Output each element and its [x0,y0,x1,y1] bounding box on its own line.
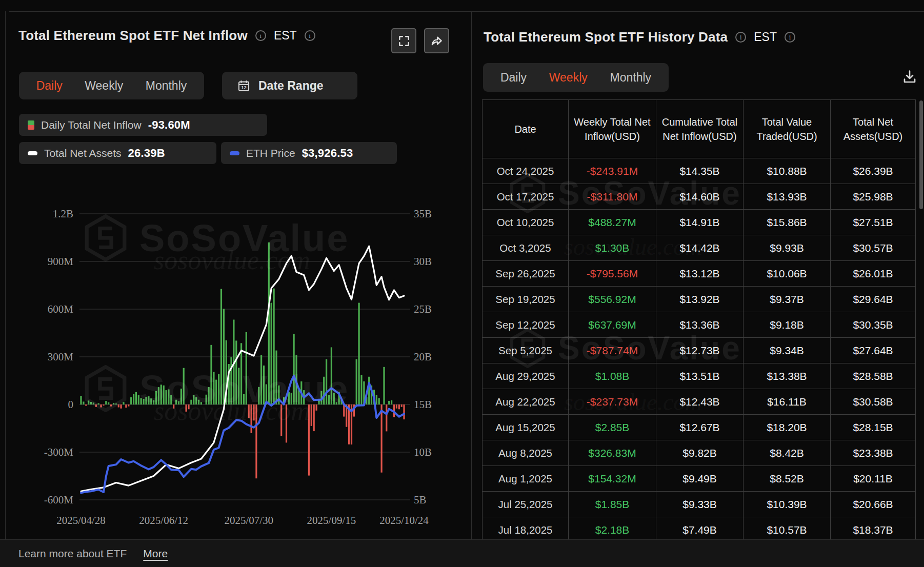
cell-value: $18.37B [831,517,915,539]
cell-value: $14.35B [656,158,744,184]
cell-value: -$237.73M [569,389,656,414]
history-title: Total Ethereum Spot ETF History Data [484,29,728,45]
info-icon[interactable] [305,30,315,41]
tab-daily[interactable]: Daily [36,79,63,93]
table-row: Oct 17,2025-$311.80M$14.60B$13.93B$25.98… [483,184,915,210]
cell-value: $12.67B [656,415,744,440]
column-header: Total Net Assets(USD) [831,100,915,158]
cell-value: $18.20B [744,415,831,440]
cell-value: $16.11B [744,389,831,414]
svg-text:5B: 5B [414,494,427,506]
table-row: Oct 10,2025$488.27M$14.91B$15.86B$27.51B [483,210,915,235]
cell-value: $8.52B [744,466,831,491]
cell-value: $9.33B [656,492,744,517]
column-header: Total Value Traded(USD) [744,100,831,158]
column-header: Cumulative Total Net Inflow(USD) [656,100,744,158]
svg-text:-300M: -300M [44,446,73,458]
legend-eth-price[interactable]: ETH Price $3,926.53 [221,142,397,164]
white-line-icon [28,151,37,155]
blue-line-icon [230,151,239,155]
legend-label: Daily Total Net Inflow [41,119,142,131]
svg-text:300M: 300M [48,351,74,363]
cell-value: $26.39B [831,158,915,184]
cell-value: $20.11B [831,466,915,491]
cell-value: $26.01B [831,261,915,286]
cell-value: $14.91B [656,210,744,235]
cell-value: $2.18B [569,517,656,539]
sosovalue-cube-icon [82,214,129,261]
cell-value: $28.15B [831,415,915,440]
timezone-label: EST [754,30,777,44]
svg-text:2025/07/30: 2025/07/30 [224,514,273,526]
cell-value: $28.58B [831,363,915,389]
cell-value: $30.58B [831,389,915,414]
top-border [9,11,924,12]
share-button[interactable] [424,28,449,53]
cell-value: $13.38B [744,363,831,389]
left-border [5,11,6,539]
svg-text:30B: 30B [414,255,432,268]
svg-text:25B: 25B [414,303,432,315]
cell-value: -$795.56M [569,261,656,286]
cell-value: $13.12B [656,261,744,286]
footer-text: Learn more about ETF [18,548,127,560]
cell-value: $30.35B [831,312,915,337]
legend-value: -93.60M [148,118,190,132]
cell-value: $2.85B [569,415,656,440]
cell-value: $27.64B [831,338,915,363]
cell-value: $1.30B [569,235,656,260]
cell-value: $13.51B [656,363,744,389]
tab-monthly[interactable]: Monthly [146,79,187,93]
tab-monthly[interactable]: Monthly [610,71,652,85]
fullscreen-icon [397,34,411,48]
cell-value: $9.18B [744,312,831,337]
cell-date: Oct 3,2025 [483,235,569,260]
legend-daily-net-inflow[interactable]: Daily Total Net Inflow -93.60M [19,114,267,136]
date-range-button[interactable]: 12 Date Range [222,72,357,99]
cell-value: $29.64B [831,287,915,312]
cell-date: Jul 18,2025 [483,517,569,539]
cell-value: $9.37B [744,287,831,312]
cell-date: Aug 15,2025 [483,415,569,440]
cell-value: $14.42B [656,235,744,260]
info-icon[interactable] [785,32,795,43]
table-row: Aug 1,2025$154.32M$9.49B$8.52B$20.11B [483,466,915,492]
cell-value: $10.06B [744,261,831,286]
fullscreen-button[interactable] [391,28,416,53]
table-body: Oct 24,2025-$243.91M$14.35B$10.88B$26.39… [483,158,915,539]
cell-value: $12.73B [656,338,744,363]
cell-value: $23.38B [831,440,915,465]
watermark-logo: SoSoValue [82,214,349,261]
legend-value: $3,926.53 [302,147,353,160]
table-row: Jul 25,2025$1.85B$9.33B$10.39B$20.66B [483,492,915,517]
cell-value: $9.34B [744,338,831,363]
cell-value: -$311.80M [569,184,656,209]
cell-date: Aug 1,2025 [483,466,569,491]
cell-value: $30.57B [831,235,915,260]
tab-daily[interactable]: Daily [500,71,527,85]
info-icon[interactable] [735,32,746,43]
table-row: Sep 26,2025-$795.56M$13.12B$10.06B$26.01… [483,261,915,287]
table-scrollbar-thumb[interactable] [919,100,923,209]
svg-text:10B: 10B [414,446,432,458]
cell-value: $27.51B [831,210,915,235]
table-row: Jul 18,2025$2.18B$7.49B$10.57B$18.37B [483,517,915,539]
cell-value: $9.82B [656,440,744,465]
tab-weekly[interactable]: Weekly [549,71,588,85]
cell-value: -$787.74M [569,338,656,363]
cell-value: $25.98B [831,184,915,209]
cell-date: Oct 17,2025 [483,184,569,209]
download-button[interactable] [898,66,921,88]
more-link[interactable]: More [143,548,168,560]
tab-weekly[interactable]: Weekly [85,79,123,93]
panel-divider [471,11,472,539]
info-icon[interactable] [255,30,266,41]
cell-date: Sep 26,2025 [483,261,569,286]
table-row: Oct 24,2025-$243.91M$14.35B$10.88B$26.39… [483,158,915,184]
svg-text:20B: 20B [414,351,432,363]
cell-value: $1.08B [569,363,656,389]
right-title-row: Total Ethereum Spot ETF History Data EST [484,29,795,45]
cell-value: $15.86B [744,210,831,235]
table-row: Sep 5,2025-$787.74M$12.73B$9.34B$27.64B [483,338,915,363]
legend-total-net-assets[interactable]: Total Net Assets 26.39B [19,142,216,164]
